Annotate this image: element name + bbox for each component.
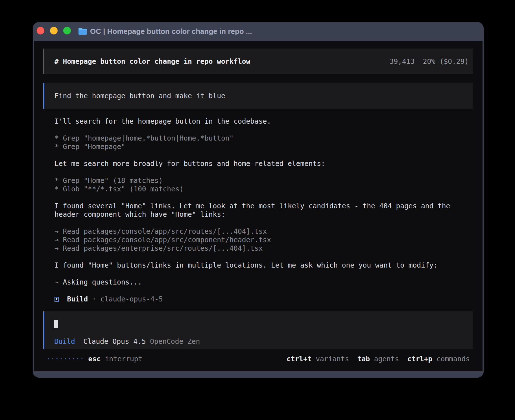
shortcut-key-ctrl-t: ctrl+t xyxy=(287,355,312,363)
shortcut-label-commands: commands xyxy=(432,355,470,363)
transcript-gap xyxy=(54,168,478,176)
esc-key-hint: esc xyxy=(88,355,101,363)
esc-action-label: interrupt xyxy=(101,355,143,363)
transcript-gap xyxy=(54,219,478,227)
statusbar-left: ········· esc interrupt xyxy=(47,355,142,363)
tool-call-line: * Grep "homepage|home.*button|Home.*butt… xyxy=(54,134,478,143)
status-text: Asking questions... xyxy=(63,278,142,286)
assistant-message-line: Let me search more broadly for buttons a… xyxy=(54,159,478,168)
transcript-gap xyxy=(54,151,478,159)
status-line: ~ Asking questions... xyxy=(54,278,478,286)
user-message-text: Find the homepage button and make it blu… xyxy=(54,92,225,100)
terminal-window: OC | Homepage button color change in rep… xyxy=(33,22,484,378)
shortcut-label-agents: agents xyxy=(370,355,399,363)
status-prefix: ~ xyxy=(54,278,63,286)
text-cursor xyxy=(54,320,58,328)
terminal-content: # Homepage button color change in repo w… xyxy=(34,41,483,371)
transcript-gap xyxy=(54,286,478,295)
agent-model: · claude-opus-4-5 xyxy=(88,295,163,303)
model-name[interactable]: Claude Opus 4.5 xyxy=(83,337,146,345)
shortcut-key-tab: tab xyxy=(349,355,370,363)
input-mode-line: Build Claude Opus 4.5 OpenCode Zen xyxy=(54,337,200,346)
assistant-message-line: I'll search for the homepage button in t… xyxy=(54,117,478,126)
tool-call-line: * Grep "Homepage" xyxy=(54,143,478,151)
assistant-message-line: I found several "Home" links. Let me loo… xyxy=(54,202,478,210)
minimize-button[interactable] xyxy=(50,27,58,34)
tool-call-line: * Glob "**/*.tsx" (100 matches) xyxy=(54,185,478,193)
session-header: # Homepage button color change in repo w… xyxy=(43,49,473,74)
shortcut-key-ctrl-p: ctrl+p xyxy=(399,355,432,363)
session-stats: 39,413 20% ($0.29) xyxy=(390,57,469,65)
transcript-gap xyxy=(54,270,478,278)
agent-badge: Build · claude-opus-4-5 xyxy=(54,295,478,303)
session-title: # Homepage button color change in repo w… xyxy=(54,57,250,65)
tool-call-line: * Grep "Home" (18 matches) xyxy=(54,176,478,185)
close-button[interactable] xyxy=(37,27,44,34)
zoom-button[interactable] xyxy=(63,27,71,34)
prompt-input[interactable]: Build Claude Opus 4.5 OpenCode Zen xyxy=(43,311,473,349)
statusbar-right: ctrl+t variants tab agents ctrl+p comman… xyxy=(287,355,470,363)
transcript: I'll search for the homepage button in t… xyxy=(54,117,478,303)
agent-mode[interactable]: Build xyxy=(54,337,75,345)
shortcut-label-variants: variants xyxy=(311,355,349,363)
agent-icon xyxy=(54,297,59,302)
progress-dots: ········· xyxy=(47,355,84,363)
tool-call-line: → Read packages/console/app/src/routes/[… xyxy=(54,227,478,236)
statusbar: ········· esc interrupt ctrl+t variants … xyxy=(34,355,483,363)
tool-call-line: → Read packages/console/app/src/componen… xyxy=(54,236,478,244)
transcript-gap xyxy=(54,193,478,202)
transcript-gap xyxy=(54,253,478,261)
tool-call-line: → Read packages/enterprise/src/routes/[.… xyxy=(54,244,478,253)
assistant-message-line: header component which have "Home" links… xyxy=(54,210,478,219)
titlebar[interactable]: OC | Homepage button color change in rep… xyxy=(33,22,484,41)
user-message: Find the homepage button and make it blu… xyxy=(43,83,473,109)
transcript-gap xyxy=(54,126,478,134)
agent-name: Build xyxy=(59,295,88,303)
assistant-message-line: I found "Home" buttons/links in multiple… xyxy=(54,261,478,270)
model-provider: OpenCode Zen xyxy=(150,337,200,345)
window-title: OC | Homepage button color change in rep… xyxy=(90,22,252,41)
folder-icon xyxy=(78,27,87,35)
